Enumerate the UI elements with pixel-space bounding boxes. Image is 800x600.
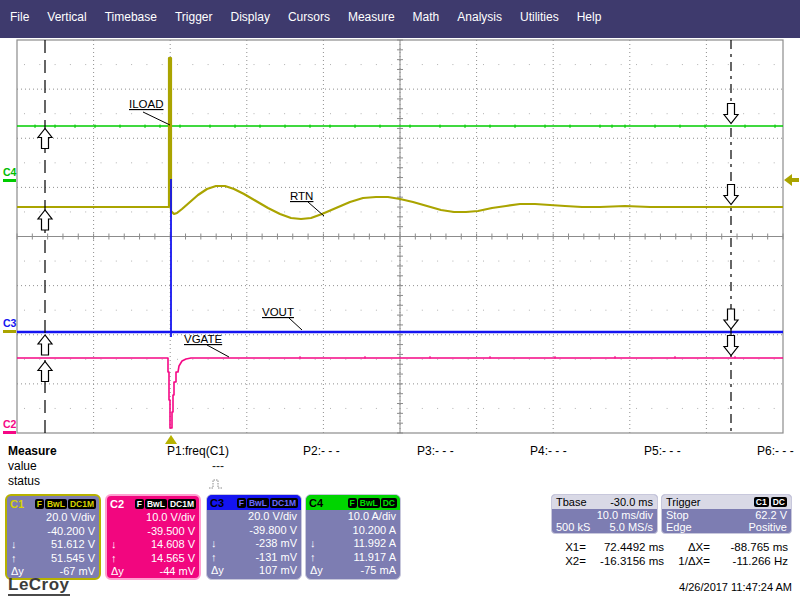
channel-c3-scale: 20.0 V/div bbox=[207, 510, 301, 524]
channel-box-c3[interactable]: C3 F BwL DC1M 20.0 V/div -39.800 V ↓-238… bbox=[206, 494, 302, 580]
channel-c3-cursor1: ↓-238 mV bbox=[207, 537, 301, 551]
channel-position-label-c2[interactable]: C2 bbox=[3, 418, 17, 430]
filter-badge: F bbox=[135, 499, 144, 509]
up-arrow-icon: ↑ bbox=[310, 551, 328, 565]
up-arrow-icon: ↑ bbox=[211, 551, 229, 565]
channel-box-c1[interactable]: C1 F BwL DC1M 20.0 V/div -40.200 V ↓51.6… bbox=[5, 494, 101, 580]
channel-position-label-c4[interactable]: C4 bbox=[3, 166, 17, 178]
bandwidth-limit-badge: BwL bbox=[45, 499, 67, 509]
channel-position-bar bbox=[3, 431, 16, 434]
trace-label-vgate: VGATE bbox=[184, 333, 222, 345]
delta-y-icon: Δy bbox=[211, 564, 229, 578]
measure-param-p2[interactable]: P2:- - - bbox=[303, 444, 340, 458]
channel-c3-delta: Δy107 mV bbox=[207, 564, 301, 578]
trigger-type-row: Edge Positive bbox=[662, 521, 791, 533]
trigger-position-marker[interactable] bbox=[165, 435, 177, 444]
channel-c3-offset: -39.800 V bbox=[207, 524, 301, 538]
channel-c3-header: C3 F BwL DC1M bbox=[207, 495, 301, 510]
channel-c4-cursor2: ↑11.917 A bbox=[306, 551, 400, 565]
trigger-slope: Positive bbox=[748, 521, 787, 533]
down-arrow-icon: ↓ bbox=[111, 538, 129, 552]
channel-c2-header: C2 F BwL DC1M bbox=[107, 496, 199, 511]
timebase-sampling-row: 500 kS 5.0 MS/s bbox=[552, 521, 657, 533]
trigger-mode-row: Stop 62.2 V bbox=[662, 509, 791, 521]
dx-value: -88.765 ms bbox=[712, 541, 788, 553]
channel-box-c2[interactable]: C2 F BwL DC1M 10.0 V/div -39.500 V ↓14.6… bbox=[105, 494, 201, 580]
measure-param-p3[interactable]: P3:- - - bbox=[417, 444, 454, 458]
x1-label: X1= bbox=[552, 541, 588, 553]
channel-box-c4[interactable]: C4 F BwL DC 10.0 A/div 10.200 A ↓11.992 … bbox=[305, 494, 401, 580]
filter-badge: F bbox=[348, 498, 357, 508]
measure-param-p4[interactable]: P4:- - - bbox=[530, 444, 567, 458]
x1-value: 72.4492 ms bbox=[588, 541, 664, 553]
measure-param-p1[interactable]: P1:freq(C1) bbox=[167, 444, 229, 458]
channel-c4-scale: 10.0 A/div bbox=[306, 510, 400, 524]
dx-label: ΔX= bbox=[664, 541, 712, 553]
bandwidth-limit-badge: BwL bbox=[247, 498, 269, 508]
channel-c2-name: C2 bbox=[110, 498, 124, 510]
filter-badge: F bbox=[35, 499, 44, 509]
timebase-samples: 500 kS bbox=[556, 521, 590, 533]
channel-c2-badges: F BwL DC1M bbox=[135, 499, 196, 509]
oscilloscope-screen: File Vertical Timebase Trigger Display C… bbox=[0, 0, 800, 600]
coupling-badge: DC1M bbox=[168, 499, 196, 509]
down-arrow-icon: ↓ bbox=[211, 537, 229, 551]
timebase-scale: 10.0 ms/div bbox=[597, 509, 653, 521]
channel-c1-scale: 20.0 V/div bbox=[7, 511, 99, 525]
coupling-badge: DC1M bbox=[68, 499, 96, 509]
lecroy-logo: LeCroy bbox=[8, 576, 70, 596]
trigger-box[interactable]: Trigger C1 DC Stop 62.2 V Edge Positive bbox=[661, 494, 792, 534]
coupling-badge: DC bbox=[381, 498, 397, 508]
timebase-box[interactable]: Tbase -30.0 ms 10.0 ms/div 500 kS 5.0 MS… bbox=[551, 494, 658, 534]
filter-badge: F bbox=[237, 498, 246, 508]
measure-status-row-label: status bbox=[8, 474, 40, 488]
channel-c1-cursor1: ↓51.612 V bbox=[7, 538, 99, 552]
channel-c1-offset: -40.200 V bbox=[7, 525, 99, 539]
cursor-readout: X1= 72.4492 ms ΔX= -88.765 ms X2= -16.31… bbox=[552, 541, 788, 567]
channel-c2-cursor1: ↓14.608 V bbox=[107, 538, 199, 552]
trace-label-vout: VOUT bbox=[262, 306, 294, 318]
trace-label-rtn: RTN bbox=[290, 190, 313, 202]
trigger-source-badge: C1 bbox=[754, 497, 769, 507]
channel-c3-name: C3 bbox=[210, 497, 224, 509]
bandwidth-limit-badge: BwL bbox=[145, 499, 167, 509]
channel-c3-cursor2: ↑-131 mV bbox=[207, 551, 301, 565]
down-arrow-icon: ↓ bbox=[310, 537, 328, 551]
inv-dx-label: 1/ΔX= bbox=[664, 555, 712, 567]
channel-c2-cursor2: ↑14.565 V bbox=[107, 552, 199, 566]
channel-c1-header: C1 F BwL DC1M bbox=[7, 496, 99, 511]
channel-c4-cursor1: ↓11.992 A bbox=[306, 537, 400, 551]
channel-c4-header: C4 F BwL DC bbox=[306, 495, 400, 510]
trigger-badges: C1 DC bbox=[752, 497, 787, 507]
channel-c4-name: C4 bbox=[309, 497, 323, 509]
channel-c4-badges: F BwL DC bbox=[348, 498, 397, 508]
down-arrow-icon: ↓ bbox=[11, 538, 29, 552]
delta-y-icon: Δy bbox=[111, 565, 129, 579]
trigger-header: Trigger C1 DC bbox=[662, 495, 791, 509]
measure-section-title: Measure bbox=[8, 444, 57, 458]
channel-c4-offset: 10.200 A bbox=[306, 524, 400, 538]
bandwidth-limit-badge: BwL bbox=[358, 498, 380, 508]
trigger-type: Edge bbox=[666, 521, 692, 533]
channel-c1-name: C1 bbox=[10, 498, 24, 510]
channel-position-bar bbox=[3, 179, 16, 182]
trigger-coupling-badge: DC bbox=[771, 497, 787, 507]
trace-label-iload: ILOAD bbox=[129, 98, 164, 110]
datetime-display: 4/26/2017 11:47:24 AM bbox=[650, 581, 792, 593]
channel-c1-badges: F BwL DC1M bbox=[35, 499, 96, 509]
channel-position-label-c3[interactable]: C3 bbox=[3, 317, 17, 329]
trigger-level-marker[interactable] bbox=[784, 174, 799, 186]
timebase-delay: -30.0 ms bbox=[610, 496, 653, 508]
measure-param-p5[interactable]: P5:- - - bbox=[644, 444, 681, 458]
p1-value: --- bbox=[204, 459, 232, 473]
channel-c2-offset: -39.500 V bbox=[107, 525, 199, 539]
measure-param-p6[interactable]: P6:- - - bbox=[757, 444, 794, 458]
trigger-mode: Stop bbox=[666, 509, 689, 521]
timebase-scale-row: 10.0 ms/div bbox=[552, 509, 657, 521]
x2-label: X2= bbox=[552, 555, 588, 567]
inv-dx-value: -11.266 Hz bbox=[712, 555, 788, 567]
measure-value-row-label: value bbox=[8, 459, 37, 473]
channel-c3-badges: F BwL DC1M bbox=[237, 498, 298, 508]
timebase-header: Tbase -30.0 ms bbox=[552, 495, 657, 509]
p1-status-icon bbox=[208, 475, 224, 493]
